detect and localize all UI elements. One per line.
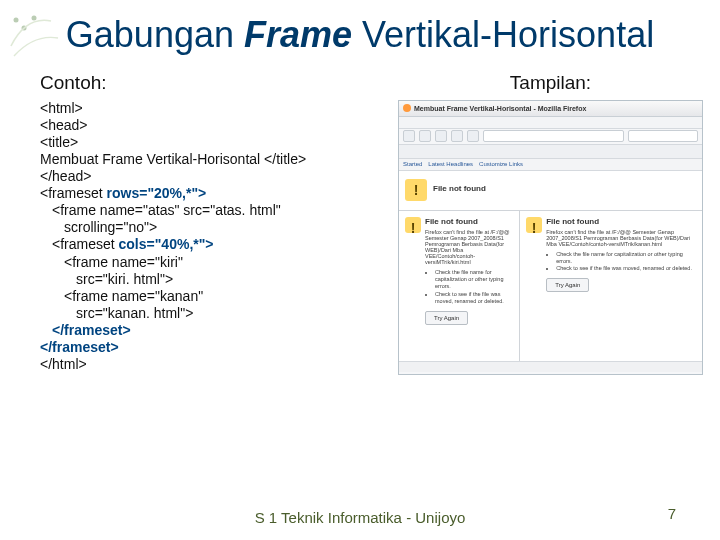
- frame-top: File not found: [399, 171, 702, 211]
- tab-bar: [399, 145, 702, 159]
- left-section-label: Contoh:: [40, 72, 390, 94]
- stop-icon: [451, 130, 463, 142]
- warning-icon: [405, 217, 421, 233]
- back-icon: [403, 130, 415, 142]
- svg-point-1: [14, 18, 19, 23]
- slide-title: Gabungan Frame Vertikal-Horisontal: [40, 16, 680, 54]
- code-line: src="kiri. html">: [40, 271, 390, 288]
- svg-point-0: [22, 26, 27, 31]
- browser-menubar: [399, 117, 702, 129]
- code-line: <frame name="kanan": [40, 288, 390, 305]
- browser-navbar: [399, 129, 702, 145]
- browser-title: Membuat Frame Vertikal-Horisontal - Mozi…: [414, 105, 586, 112]
- code-line: <frame name="atas" src="atas. html": [40, 202, 390, 219]
- code-line: </frameset>: [40, 339, 119, 355]
- frame-left: File not found Firefox can't find the fi…: [399, 211, 520, 361]
- error-title: File not found: [433, 184, 486, 193]
- error-path: Firefox can't find the file at /F:/@@ Se…: [546, 229, 696, 247]
- code-line: scrolling="no">: [40, 219, 390, 236]
- code-line: src="kanan. html">: [40, 305, 390, 322]
- bookmark-item: Started: [403, 161, 422, 167]
- forward-icon: [419, 130, 431, 142]
- code-line: <head>: [40, 117, 88, 133]
- bookmarks-bar: Started Latest Headlines Customize Links: [399, 159, 702, 171]
- svg-point-2: [32, 16, 37, 21]
- code-line: </html>: [40, 356, 87, 372]
- code-line: <frame name="kiri": [40, 254, 390, 271]
- try-again-button: Try Again: [546, 278, 589, 292]
- code-line: <frameset cols="40%,*">: [40, 236, 390, 253]
- code-line: </head>: [40, 168, 91, 184]
- code-line: <title>: [40, 134, 78, 150]
- page-number: 7: [668, 505, 676, 522]
- status-bar: [399, 361, 702, 372]
- error-bullet: Check to see if the file was moved, rena…: [435, 291, 513, 305]
- warning-icon: [405, 179, 427, 201]
- error-path: Firefox can't find the file at /F:/@@ Se…: [425, 229, 513, 265]
- browser-screenshot: Membuat Frame Vertikal-Horisontal - Mozi…: [398, 100, 703, 375]
- code-line: <frameset rows="20%,*">: [40, 185, 206, 201]
- error-title: File not found: [546, 217, 696, 226]
- warning-icon: [526, 217, 542, 233]
- code-line: </frameset>: [40, 322, 390, 339]
- frameset-preview: File not found File not found Firefox ca…: [399, 171, 702, 361]
- error-bullet: Check the file name for capitalization o…: [556, 251, 696, 265]
- bookmark-item: Customize Links: [479, 161, 523, 167]
- reload-icon: [435, 130, 447, 142]
- code-block: <html> <head> <title> Membuat Frame Vert…: [40, 100, 390, 373]
- title-part2: Frame: [244, 14, 352, 55]
- browser-titlebar: Membuat Frame Vertikal-Horisontal - Mozi…: [399, 101, 702, 117]
- title-part1: Gabungan: [66, 14, 244, 55]
- search-bar: [628, 130, 698, 142]
- error-bullet: Check to see if the file was moved, rena…: [556, 265, 696, 272]
- code-line: Membuat Frame Vertikal-Horisontal </titl…: [40, 151, 306, 167]
- home-icon: [467, 130, 479, 142]
- code-line: <html>: [40, 100, 83, 116]
- slide-footer: S 1 Teknik Informatika - Unijoyo: [0, 509, 720, 526]
- error-title: File not found: [425, 217, 513, 226]
- error-bullet: Check the file name for capitalization o…: [435, 269, 513, 290]
- firefox-icon: [403, 104, 411, 112]
- title-part3: Vertikal-Horisontal: [352, 14, 654, 55]
- try-again-button: Try Again: [425, 311, 468, 325]
- right-section-label: Tampilan:: [398, 72, 703, 94]
- frame-right: File not found Firefox can't find the fi…: [520, 211, 702, 361]
- bookmark-item: Latest Headlines: [428, 161, 473, 167]
- url-bar: [483, 130, 624, 142]
